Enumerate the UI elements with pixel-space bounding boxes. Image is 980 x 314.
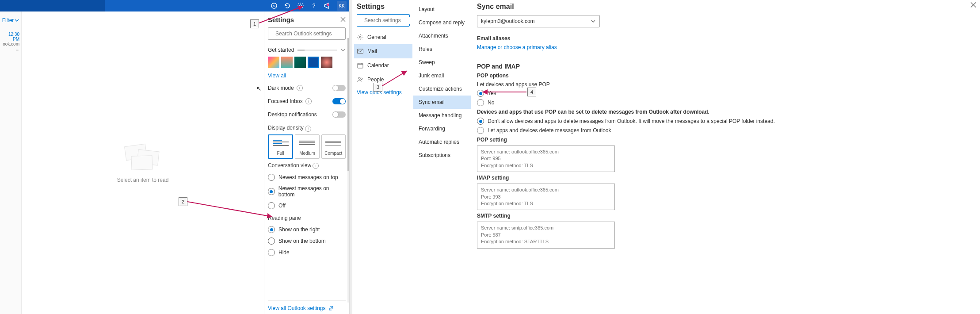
callout-3: 3	[374, 83, 382, 92]
desktop-notifications-toggle[interactable]	[332, 111, 346, 118]
message-list-column: Filter 12:30 PM ook.com ...	[0, 11, 22, 314]
empty-illustration	[125, 142, 160, 169]
svg-rect-8	[358, 63, 363, 68]
focused-inbox-label: Focused Inbox	[268, 98, 303, 104]
reading-bottom[interactable]: Show on the bottom	[268, 237, 346, 245]
reading-pane-label: Reading pane	[268, 215, 346, 221]
let-devices-label: Let devices and apps use POP	[477, 81, 971, 88]
settings-nav: Settings General Mail Calendar People Vi…	[350, 0, 413, 314]
view-all-outlook-settings-link[interactable]: View all Outlook settings	[268, 300, 346, 314]
sub-junk[interactable]: Junk email	[413, 69, 471, 82]
theme-swatch[interactable]	[268, 57, 279, 68]
sub-subscriptions[interactable]: Subscriptions	[413, 149, 471, 162]
cursor-icon: ↖	[256, 85, 262, 92]
conv-newest-bottom[interactable]: Newest messages on bottom	[268, 185, 346, 198]
sub-sync-email[interactable]: Sync email	[413, 96, 471, 109]
sub-compose[interactable]: Compose and reply	[413, 16, 471, 29]
display-density-label: Display density	[268, 125, 304, 131]
manage-aliases-link[interactable]: Manage or choose a primary alias	[477, 44, 971, 50]
theme-swatch[interactable]	[281, 57, 293, 68]
sub-auto-replies[interactable]: Automatic replies	[413, 135, 471, 149]
conv-off[interactable]: Off	[268, 202, 346, 209]
close-icon[interactable]	[340, 17, 346, 22]
pop-delete-heading: Devices and apps that use POP can be set…	[477, 109, 971, 115]
reading-right[interactable]: Show on the right	[268, 226, 346, 233]
reading-hide[interactable]: Hide	[268, 249, 346, 256]
density-medium[interactable]: Medium	[295, 134, 319, 159]
pop-setting-box: Server name: outlook.office365.com Port:…	[477, 146, 615, 172]
svg-point-6	[359, 36, 361, 38]
gear-icon	[357, 34, 364, 41]
dark-mode-label: Dark mode	[268, 85, 294, 91]
svg-text:?: ?	[313, 3, 316, 9]
callout-1: 1	[250, 19, 259, 28]
sub-attachments[interactable]: Attachments	[413, 29, 471, 42]
email-aliases-heading: Email aliases	[477, 35, 971, 42]
svg-rect-7	[358, 49, 363, 54]
theme-swatch[interactable]	[294, 57, 306, 68]
focused-inbox-toggle[interactable]	[332, 98, 346, 104]
mail-icon	[357, 48, 364, 55]
search-outlook-settings[interactable]	[268, 27, 346, 40]
density-compact[interactable]: Compact	[321, 134, 346, 159]
scrollbar[interactable]	[350, 0, 352, 314]
info-icon[interactable]: i	[305, 126, 311, 132]
sub-forwarding[interactable]: Forwarding	[413, 122, 471, 135]
pop-dont-allow-delete[interactable]: Don't allow devices and apps to delete m…	[477, 118, 971, 125]
sync-email-pane: Sync email kylepm3@outlook.com Email ali…	[471, 0, 980, 314]
pop-options-heading: POP options	[477, 73, 971, 79]
nav-mail[interactable]: Mail	[354, 44, 412, 58]
info-icon[interactable]: i	[305, 98, 312, 104]
sub-sweep[interactable]: Sweep	[413, 56, 471, 69]
imap-setting-heading: IMAP setting	[477, 175, 971, 181]
scrollbar[interactable]	[347, 38, 349, 303]
callout-4: 4	[527, 88, 536, 96]
avatar[interactable]: KK	[337, 1, 347, 11]
dark-mode-toggle[interactable]	[332, 85, 346, 91]
chevron-down-icon	[591, 19, 596, 24]
theme-swatch[interactable]	[321, 57, 332, 68]
smtp-setting-heading: SMTP setting	[477, 213, 971, 219]
sync-email-title: Sync email	[477, 3, 971, 11]
arrow-to-yes	[480, 89, 528, 95]
conv-newest-top[interactable]: Newest messages on top	[268, 174, 346, 181]
smtp-setting-box: Server name: smtp.office365.com Port: 58…	[477, 222, 615, 248]
info-icon[interactable]: i	[313, 163, 319, 169]
sub-message-handling[interactable]: Message handling	[413, 109, 471, 122]
density-full[interactable]: Full	[268, 134, 293, 159]
view-quick-settings-link[interactable]: View quick settings	[357, 89, 410, 96]
reading-pane: Select an item to read ↖	[22, 11, 264, 314]
theme-picker	[268, 57, 346, 68]
pop-no[interactable]: No	[477, 99, 971, 106]
search-input[interactable]	[275, 30, 343, 37]
get-started-progress	[297, 50, 337, 51]
quick-settings-panel: Settings Get started	[264, 11, 349, 314]
callout-2: 2	[179, 197, 187, 206]
theme-swatch[interactable]	[308, 57, 319, 68]
view-all-themes-link[interactable]: View all	[268, 73, 346, 79]
sub-layout[interactable]: Layout	[413, 3, 471, 16]
svg-point-10	[361, 78, 362, 80]
chevron-down-icon[interactable]	[340, 47, 346, 53]
sub-customize[interactable]: Customize actions	[413, 82, 471, 96]
pop-yes[interactable]: Yes	[477, 90, 971, 97]
arrow-to-sync	[381, 69, 409, 88]
svg-point-9	[358, 77, 360, 79]
calendar-icon	[357, 62, 364, 69]
filter-button[interactable]: Filter	[0, 11, 21, 29]
close-icon[interactable]	[970, 2, 976, 8]
pop-let-delete[interactable]: Let apps and devices delete messages fro…	[477, 127, 971, 134]
megaphone-icon[interactable]	[324, 2, 331, 9]
arrow-to-gear	[257, 4, 310, 26]
nav-general[interactable]: General	[354, 30, 412, 44]
info-icon[interactable]: i	[297, 85, 303, 91]
settings-search[interactable]	[357, 14, 410, 27]
desktop-notifications-label: Desktop notifications	[268, 111, 317, 118]
external-link-icon	[328, 306, 334, 311]
get-started-label: Get started	[268, 47, 294, 53]
sub-rules[interactable]: Rules	[413, 42, 471, 56]
message-item[interactable]: 12:30 PM ook.com ...	[0, 29, 21, 54]
account-dropdown[interactable]: kylepm3@outlook.com	[477, 15, 600, 27]
people-icon	[357, 76, 364, 83]
help-icon[interactable]: ?	[310, 2, 317, 9]
